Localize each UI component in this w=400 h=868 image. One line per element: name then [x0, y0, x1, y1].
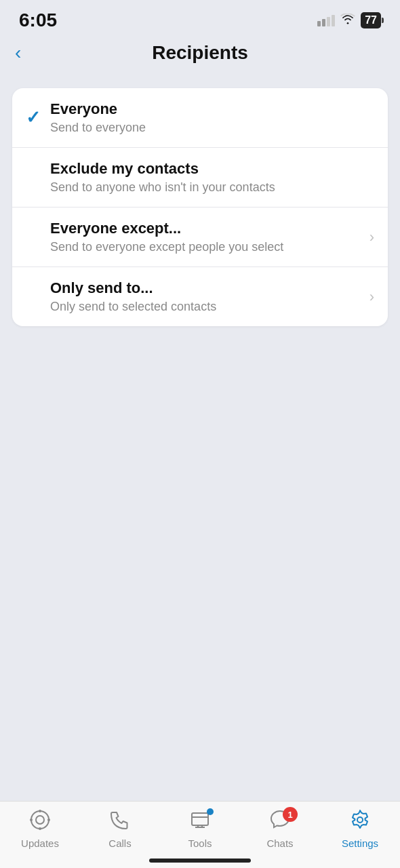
nav-chats[interactable]: 1 Chats [253, 808, 307, 849]
option-everyone-except[interactable]: Everyone except... Send to everyone exce… [12, 208, 388, 267]
nav-calls[interactable]: Calls [93, 808, 147, 849]
home-indicator [0, 852, 400, 868]
battery-icon: 77 [361, 12, 381, 28]
status-bar: 6:05 77 [0, 0, 400, 35]
chevron-right-icon: › [369, 229, 374, 246]
svg-rect-6 [192, 813, 208, 825]
settings-icon [348, 808, 372, 834]
wifi-icon [340, 14, 355, 27]
option-exclude-title: Exclude my contacts [50, 160, 374, 178]
calls-icon [108, 808, 132, 834]
page-title: Recipients [152, 42, 248, 64]
battery-level: 77 [365, 14, 377, 26]
back-button[interactable]: ‹ [15, 43, 21, 62]
home-bar [149, 859, 251, 863]
option-everyone-title: Everyone [50, 100, 374, 118]
nav-settings-label: Settings [342, 837, 378, 849]
header: ‹ Recipients [0, 35, 400, 75]
nav-tools[interactable]: Tools [173, 808, 227, 849]
nav-chats-label: Chats [266, 837, 293, 849]
option-except-title: Everyone except... [50, 220, 364, 237]
option-only-subtitle: Only send to selected contacts [50, 300, 364, 314]
option-only-title: Only send to... [50, 279, 364, 297]
svg-point-2 [39, 810, 41, 812]
svg-point-4 [30, 818, 33, 821]
settings-icon-wrap [345, 808, 375, 834]
calls-icon-wrap [105, 808, 135, 834]
nav-settings[interactable]: Settings [333, 808, 387, 849]
svg-point-0 [31, 811, 49, 829]
tools-dot [207, 808, 214, 815]
nav-updates[interactable]: Updates [13, 808, 67, 849]
svg-point-1 [36, 816, 44, 824]
bottom-nav: Updates Calls T [0, 801, 400, 852]
option-exclude-subtitle: Send to anyone who isn't in your contact… [50, 180, 374, 195]
signal-icon [317, 15, 335, 26]
chevron-right-icon2: › [369, 288, 374, 306]
tools-icon-wrap [185, 808, 215, 834]
nav-calls-label: Calls [108, 837, 131, 849]
svg-point-11 [357, 817, 363, 823]
updates-icon [28, 808, 52, 834]
nav-updates-label: Updates [21, 837, 59, 849]
chats-icon-wrap: 1 [265, 808, 295, 834]
svg-point-3 [39, 827, 41, 830]
main-content: ✓ Everyone Send to everyone Exclude my c… [0, 75, 400, 801]
updates-icon-wrap [25, 808, 55, 834]
svg-point-5 [47, 818, 50, 821]
status-icons: 77 [317, 12, 381, 28]
option-only-send-to[interactable]: Only send to... Only send to selected co… [12, 267, 388, 326]
options-card: ✓ Everyone Send to everyone Exclude my c… [12, 88, 388, 326]
option-exclude-contacts[interactable]: Exclude my contacts Send to anyone who i… [12, 148, 388, 208]
check-icon: ✓ [26, 107, 50, 128]
status-time: 6:05 [19, 9, 57, 31]
option-except-subtitle: Send to everyone except people you selec… [50, 240, 364, 254]
nav-tools-label: Tools [188, 837, 212, 849]
chats-badge: 1 [283, 807, 298, 822]
option-everyone[interactable]: ✓ Everyone Send to everyone [12, 88, 388, 148]
option-everyone-subtitle: Send to everyone [50, 121, 374, 135]
